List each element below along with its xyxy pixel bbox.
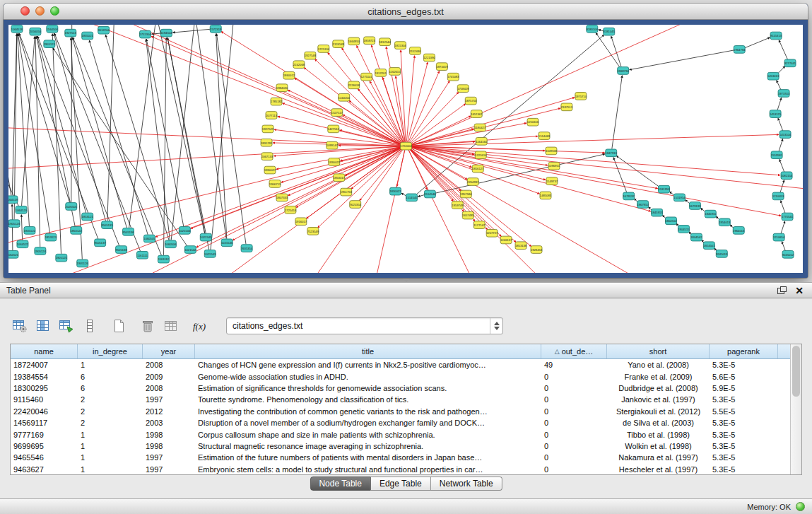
zoom-window-button[interactable]	[50, 6, 59, 16]
table-settings-icon[interactable]	[11, 318, 28, 334]
graph-node-label: 1453125	[770, 112, 782, 116]
svg-text:f(x): f(x)	[193, 321, 206, 332]
graph-node-label: 1453104	[779, 133, 792, 136]
cell-title: Corpus callosum shape and size in male p…	[195, 431, 541, 439]
column-header-short[interactable]: short	[607, 344, 710, 358]
graph-node-label: 9505135	[101, 223, 113, 227]
graph-node-label: 1099147	[326, 144, 339, 147]
delete-table-icon[interactable]	[139, 318, 156, 334]
graph-node-label: 1064518	[11, 28, 23, 31]
combo-stepper[interactable]	[490, 318, 502, 334]
table-row[interactable]: 946362711997Embryonic stem cells: a mode…	[11, 464, 790, 474]
graph-node-label: 1905123	[8, 222, 20, 226]
column-header-label: pagerank	[727, 347, 760, 356]
column-header-year[interactable]: year	[143, 344, 195, 358]
close-panel-icon[interactable]: ✕	[795, 286, 804, 296]
combo-selected-value: citations_edges.txt	[227, 321, 490, 331]
cell-pagerank: 5.3E-5	[710, 395, 778, 404]
column-header-title[interactable]: title	[195, 344, 541, 358]
graph-node-label: 1954013	[719, 221, 731, 224]
cell-short: Jankovic et al. (1997)	[607, 395, 710, 404]
graph-node-label: 1830022	[329, 160, 341, 164]
cell-in-degree: 2	[78, 407, 143, 416]
graph-node-label: 1904515	[678, 228, 690, 231]
graph-node-label: 1959723	[363, 39, 375, 42]
window-titlebar[interactable]: citations_edges.txt	[4, 4, 808, 20]
graph-node-label: 1770541	[782, 215, 794, 218]
network-canvas[interactable]: 1724004198402017851822077113192752918312…	[8, 25, 803, 273]
network-svg[interactable]: 1724004198402017851822077113192752918312…	[8, 25, 803, 273]
graph-node-label: 1064519	[8, 198, 18, 201]
cell-pagerank: 5.9E-5	[710, 384, 778, 392]
node-table: namein_degreeyeartitle△out_de…shortpager…	[10, 344, 802, 475]
float-panel-icon[interactable]	[777, 286, 787, 294]
table-body: 1872400712008Changes of HCN gene express…	[11, 359, 790, 474]
column-header-pagerank[interactable]: pagerank	[710, 344, 778, 358]
show-columns-icon[interactable]	[35, 318, 52, 334]
memory-status-label: Memory: OK	[747, 503, 791, 511]
tab-node-table[interactable]: Node Table	[310, 477, 371, 491]
graph-node-label: 1725134	[318, 47, 330, 51]
graph-node-label: 1804512	[665, 219, 677, 223]
graph-node-label: 1559581	[771, 153, 783, 157]
column-header-out-de[interactable]: △out_de…	[541, 344, 607, 358]
table-row[interactable]: 1938455462009Genome-wide association stu…	[11, 370, 790, 382]
column-header-name[interactable]: name	[11, 344, 78, 358]
memory-status-icon	[796, 502, 805, 511]
graph-node-label: 1244200	[339, 96, 351, 100]
graph-node-label: 7523549	[307, 230, 319, 233]
graph-node-label: 1924501	[703, 244, 715, 247]
cell-title: Estimation of significance thresholds fo…	[195, 384, 541, 392]
graph-node-label: 1531954	[673, 196, 686, 199]
cell-pagerank: 5.3E-5	[710, 361, 778, 369]
table-row[interactable]: 2242004622012Investigating the contribut…	[11, 406, 790, 417]
graph-node-label: 1060505	[143, 237, 155, 240]
table-tabs: Node TableEdge TableNetwork Table	[310, 477, 502, 491]
graph-node-label: 1860012	[283, 74, 295, 78]
stepper-down-icon	[494, 327, 500, 330]
function-builder-icon[interactable]: f(x)	[192, 318, 208, 334]
tab-edge-table[interactable]: Edge Table	[371, 477, 431, 491]
edit-table-icon[interactable]	[58, 318, 75, 334]
import-table-icon[interactable]	[163, 318, 180, 334]
graph-node-label: 1060506	[165, 243, 177, 246]
table-row[interactable]: 1830029562008Estimation of significance …	[11, 382, 790, 394]
table-selector-combobox[interactable]: citations_edges.txt	[226, 317, 503, 334]
tab-network-table[interactable]: Network Table	[431, 477, 502, 491]
table-row[interactable]: 1872400712008Changes of HCN gene express…	[11, 359, 790, 370]
graph-node-label: 1210616	[527, 120, 539, 124]
graph-node-label: 9245012	[782, 253, 794, 257]
table-panel-body: f(x) citations_edges.txt namein_degreeye…	[0, 299, 812, 498]
minimize-window-button[interactable]	[35, 6, 45, 16]
table-row[interactable]: 1456911722003Disruption of a novel membe…	[11, 417, 790, 428]
row-options-icon[interactable]	[81, 318, 98, 334]
new-table-icon[interactable]	[110, 318, 127, 334]
graph-node-label: 1664950	[348, 40, 360, 43]
graph-node-label: 1679193	[689, 204, 701, 208]
graph-node-label: 1514546	[424, 192, 436, 196]
cell-pagerank: 5.3E-5	[710, 442, 778, 450]
table-row[interactable]: 977716911998Corpus callosum shape and si…	[11, 428, 790, 440]
table-vertical-scrollbar[interactable]	[790, 344, 801, 474]
graph-node-label: 8183104	[587, 28, 599, 31]
graph-node-label: 1096951	[548, 165, 560, 168]
cell-short: Wolkin et al. (1998)	[607, 442, 710, 450]
cell-in-degree: 1	[78, 453, 143, 462]
graph-node-label: 1221390	[423, 56, 435, 59]
graph-node-label: 1830027	[264, 168, 276, 172]
cell-out-de: 0	[541, 431, 607, 439]
close-window-button[interactable]	[20, 6, 30, 16]
graph-node-label: 1968794	[618, 69, 630, 73]
table-row[interactable]: 946554611997Estimation of the future num…	[11, 452, 790, 463]
graph-node-label: 1207727	[486, 232, 498, 235]
scrollbar-thumb[interactable]	[792, 346, 800, 397]
graph-node-label: 2226058	[348, 83, 360, 87]
graph-node-label: 1021546	[221, 241, 233, 245]
table-row[interactable]: 911546021997Tourette syndrome. Phenomeno…	[11, 394, 790, 405]
column-header-in-degree[interactable]: in_degree	[78, 344, 143, 358]
column-header-label: in_degree	[93, 347, 127, 356]
graph-node-label: 1905125	[56, 256, 68, 259]
cell-out-de: 0	[541, 407, 607, 416]
table-row[interactable]: 969969511998Structural magnetic resonanc…	[11, 440, 790, 452]
graph-node-label: 1657467	[471, 112, 483, 116]
